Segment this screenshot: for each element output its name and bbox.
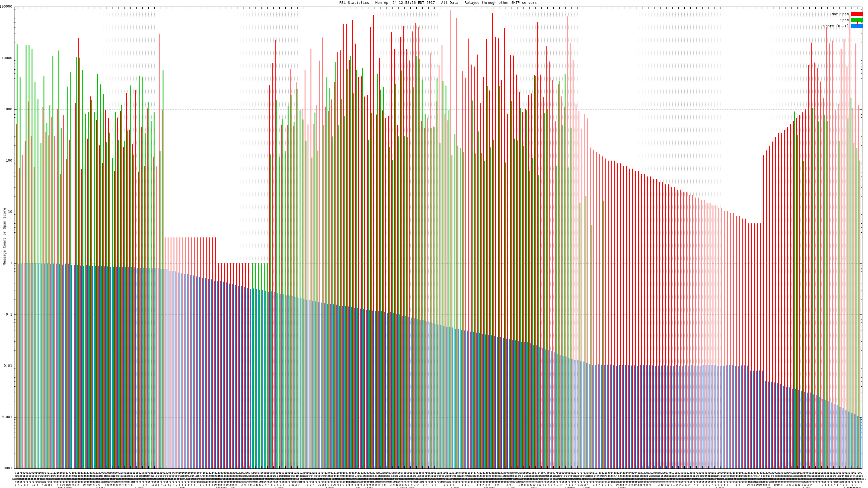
legend-label-score: Score (0..1) [823, 24, 849, 28]
y-axis-title: Message Count or Spam Score [2, 204, 6, 269]
chart-title: RBL Statistics - Mon Apr 24 12:58:36 EDT… [14, 1, 862, 5]
rbl-statistics-chart: RBL Statistics - Mon Apr 24 12:58:36 EDT… [0, 0, 868, 488]
chart-plot-canvas [0, 0, 868, 488]
legend-item-not-spam: Not Spam [823, 11, 863, 17]
legend: Not Spam Spam Score (0..1) [823, 11, 863, 29]
score-swatch [851, 24, 863, 28]
legend-item-score: Score (0..1) [823, 23, 863, 29]
not-spam-swatch [851, 12, 863, 16]
legend-label-spam: Spam [840, 18, 849, 22]
legend-label-not-spam: Not Spam [832, 12, 849, 16]
score-errorbar-whisker [857, 21, 858, 25]
